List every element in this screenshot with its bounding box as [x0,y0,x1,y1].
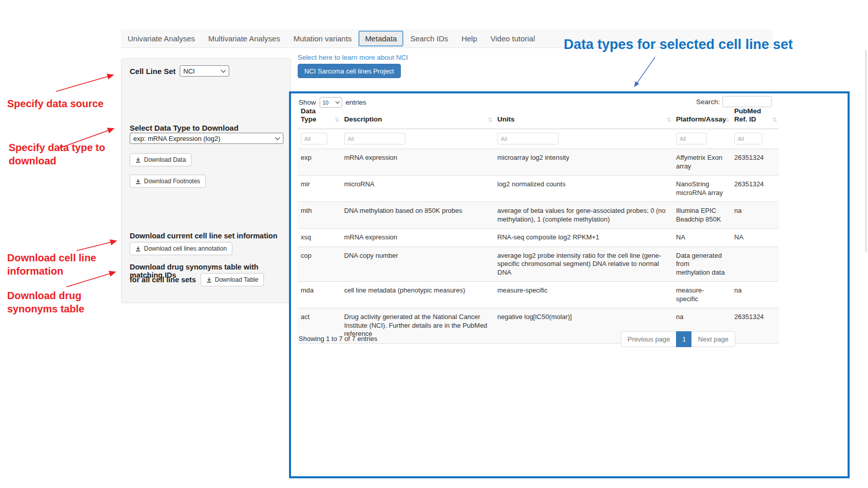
tab-search-ids[interactable]: Search IDs [403,31,454,46]
tab-multivariate-analyses[interactable]: Multivariate Analyses [202,31,287,46]
tab-univariate-analyses[interactable]: Univariate Analyses [121,31,202,46]
column-header-platform[interactable]: Platform/Assay⇅ [673,105,731,129]
download-icon [135,157,141,163]
annotation-specify-data-type: Specify data type to download [9,141,109,167]
table-row[interactable]: xsqmRNA expressionRNA-seq composite log2… [298,229,779,247]
chevron-down-icon [335,99,340,103]
table-row[interactable]: copDNA copy numberaverage log2 probe int… [298,247,779,282]
search-label: Search: [696,98,720,106]
column-header-data-type[interactable]: Data Type⇅ [298,105,341,129]
annotation-specify-data-source: Specify data source [7,97,114,110]
download-table-button[interactable]: Download Table [201,273,264,286]
download-icon [206,277,212,283]
tab-video-tutorial[interactable]: Video tutorial [484,31,541,46]
blue-arrow-icon [635,57,655,86]
download-footnotes-button[interactable]: Download Footnotes [130,175,206,188]
download-icon [135,179,141,184]
data-type-select[interactable]: exp: mRNA Expression (log2) [130,133,283,144]
column-header-pubmed[interactable]: PubMed Ref. ID⇅ [731,105,779,129]
column-header-description[interactable]: Description⇅ [341,105,494,129]
sort-icon[interactable]: ⇅ [334,116,340,124]
table-row[interactable]: mthDNA methylation based on 850K probesa… [298,202,779,229]
pagination: Previous page 1 Next page [621,331,735,347]
table-filter-row [298,129,779,149]
nci-sarcoma-project-button[interactable]: NCI Sarcoma cell lines Project [298,64,401,78]
download-control-panel: Cell Line Set NCI Select Data Type to Do… [121,58,291,303]
red-arrow-icon [77,241,116,251]
table-row[interactable]: mdacell line metadata (phenotypic measur… [298,282,779,308]
annotation-download-drug-synonyms: Download drug synonyms table [7,289,102,315]
cell-line-set-label: Cell Line Set [130,67,176,76]
cell-line-set-select[interactable]: NCI [180,65,229,77]
red-arrow-icon [56,75,113,91]
download-data-button[interactable]: Download Data [130,153,191,166]
filter-pubmed-input[interactable] [734,133,762,144]
annotation-download-cell-line-info: Download cell line information [7,251,102,278]
column-header-units[interactable]: Units⇅ [494,105,673,129]
data-type-label: Select Data Type to Download [130,124,238,132]
data-types-table: Data Type⇅ Description⇅ Units⇅ Platform/… [298,105,779,344]
data-types-highlight-box: Show 10 entries Search: Data Type⇅ Descr… [289,91,850,478]
page-1-button[interactable]: 1 [676,331,692,347]
chevron-down-icon [221,67,226,72]
annotation-data-types: Data types for selected cell line set [564,37,799,53]
cell-line-info-heading: Download current cell line set informati… [130,232,277,240]
tab-help[interactable]: Help [455,31,484,46]
learn-more-link[interactable]: Select here to learn more about NCI [298,54,408,61]
table-row[interactable]: mirmicroRNAlog2 normalized countsNanoStr… [298,176,779,202]
previous-page-button[interactable]: Previous page [621,331,677,347]
chevron-down-icon [275,135,280,140]
tab-mutation-variants[interactable]: Mutation variants [287,31,358,46]
download-icon [135,246,141,252]
download-cell-lines-annotation-button[interactable]: Download cell lines annotation [130,242,232,255]
table-info-text: Showing 1 to 7 of 7 entries [299,335,377,343]
tab-metadata[interactable]: Metadata [358,31,404,46]
filter-units-input[interactable] [497,133,559,144]
table-row[interactable]: expmRNA expressionmicroarray log2 intens… [298,149,779,176]
table-header-row: Data Type⇅ Description⇅ Units⇅ Platform/… [298,105,779,129]
filter-description-input[interactable] [344,133,405,144]
scrollbar[interactable] [865,50,867,253]
sort-icon[interactable]: ⇅ [488,116,493,124]
filter-data-type-input[interactable] [301,133,327,144]
next-page-button[interactable]: Next page [691,331,735,347]
sort-icon[interactable]: ⇅ [772,116,777,124]
sort-icon[interactable]: ⇅ [725,116,730,124]
drug-synonyms-heading-line2: for all cell line sets [130,276,196,284]
filter-platform-input[interactable] [676,133,707,144]
sort-icon[interactable]: ⇅ [666,116,671,124]
